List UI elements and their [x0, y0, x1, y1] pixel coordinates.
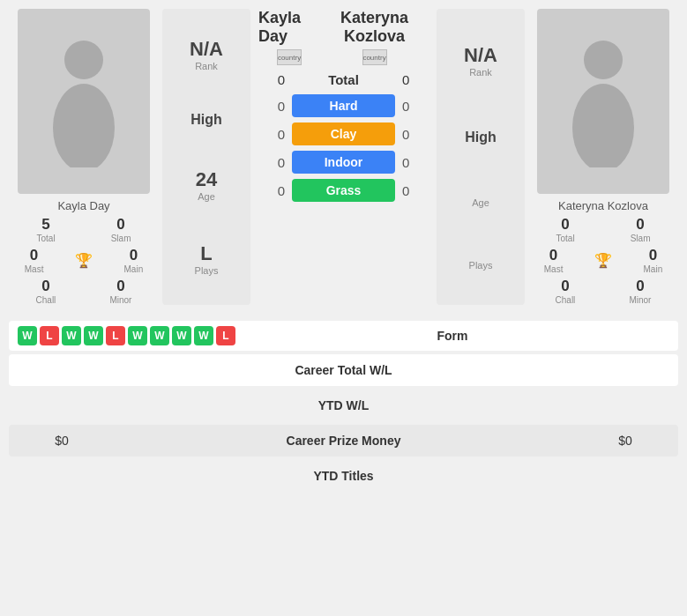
form-badge-w: W [150, 326, 169, 345]
svg-point-0 [64, 41, 103, 79]
left-country-flag: country [277, 49, 302, 65]
left-trophy-icon: 🏆 [75, 252, 93, 269]
right-chall-cell: 0 Chall [556, 278, 576, 305]
left-player-name: Kayla Day country [258, 9, 320, 65]
right-slam-cell: 0 Slam [631, 216, 651, 243]
form-label: Form [235, 329, 669, 343]
ytd-wl-row: YTD W/L [9, 390, 678, 421]
right-stats-row1: 0 Total 0 Slam [528, 216, 678, 243]
form-badges-left: WLWWLWWWWL [18, 326, 235, 345]
left-plays-group: L Plays [195, 242, 219, 276]
clay-row: 0 Clay 0 [258, 122, 429, 145]
form-row: WLWWLWWWWL Form [9, 321, 678, 351]
grass-row: 0 Grass 0 [258, 179, 429, 202]
left-slam-cell: 0 Slam [111, 216, 131, 243]
left-center-card: N/A Rank High 24 Age L Plays [162, 9, 250, 305]
left-chall-cell: 0 Chall [36, 278, 56, 305]
grass-badge: Grass [292, 179, 395, 202]
left-photo-area: Kayla Day 5 Total 0 Slam 0 Mast 🏆 [9, 9, 159, 305]
form-badge-w: W [62, 326, 81, 345]
left-main-cell: 0 Main [124, 247, 144, 274]
left-high-group: High [190, 112, 222, 128]
right-main-cell: 0 Main [644, 247, 663, 274]
svg-point-2 [584, 41, 623, 79]
left-player-photo [18, 9, 150, 194]
total-row: 0 Total 0 [258, 72, 429, 87]
form-badge-w: W [18, 326, 37, 345]
left-stats-row2: 0 Mast 🏆 0 Main [9, 247, 159, 274]
form-badge-w: W [172, 326, 191, 345]
career-wl-label: Career Total W/L [106, 363, 581, 377]
left-total-cell: 5 Total [37, 216, 56, 243]
hard-row: 0 Hard 0 [258, 94, 429, 117]
right-minor-cell: 0 Minor [629, 278, 651, 305]
right-age-group: Age [444, 197, 518, 208]
form-badge-l: L [216, 326, 235, 345]
indoor-badge: Indoor [292, 151, 395, 174]
left-silhouette-icon [44, 35, 123, 167]
clay-badge: Clay [292, 122, 395, 145]
ytd-titles-row: YTD Titles [9, 460, 678, 492]
ytd-titles-label: YTD Titles [106, 469, 581, 483]
right-center-card: N/A Rank High Age Plays [437, 9, 525, 305]
right-stats-row2: 0 Mast 🏆 0 Main [528, 247, 678, 274]
left-trophy-row: 🏆 [75, 247, 93, 274]
indoor-row: 0 Indoor 0 [258, 151, 429, 174]
left-minor-cell: 0 Minor [109, 278, 131, 305]
left-mast-cell: 0 Mast [25, 247, 44, 274]
left-player-name-label: Kayla Day [57, 199, 109, 212]
career-prize-label: Career Prize Money [106, 434, 581, 448]
top-section: Kayla Day 5 Total 0 Slam 0 Mast 🏆 [0, 0, 687, 314]
right-country-flag: country [362, 49, 387, 65]
left-rank-group: N/A Rank [190, 38, 223, 71]
form-badge-w: W [194, 326, 213, 345]
right-rank-group: N/A Rank [444, 44, 518, 78]
right-trophy-row: 🏆 [594, 247, 612, 274]
career-prize-row: $0 Career Prize Money $0 [9, 425, 678, 456]
middle-area: Kayla Day country Kateryna Kozlova count… [254, 9, 433, 305]
hard-badge: Hard [292, 94, 395, 117]
left-stats-row1: 5 Total 0 Slam [9, 216, 159, 243]
career-prize-right: $0 [581, 434, 669, 448]
form-badge-l: L [40, 326, 59, 345]
players-names-row: Kayla Day country Kateryna Kozlova count… [258, 9, 429, 65]
career-wl-row: Career Total W/L [9, 354, 678, 386]
right-silhouette-icon [564, 35, 643, 167]
svg-point-3 [572, 84, 634, 167]
right-mast-cell: 0 Mast [544, 247, 564, 274]
form-badge-l: L [106, 326, 125, 345]
right-total-cell: 0 Total [556, 216, 575, 243]
right-player-name-label: Kateryna Kozlova [558, 199, 648, 212]
right-stats-row3: 0 Chall 0 Minor [528, 278, 678, 305]
left-stats-row3: 0 Chall 0 Minor [9, 278, 159, 305]
right-player-name: Kateryna Kozlova country [320, 9, 429, 65]
ytd-wl-label: YTD W/L [106, 398, 581, 412]
form-badge-w: W [84, 326, 103, 345]
svg-point-1 [53, 84, 115, 167]
right-plays-group: Plays [444, 260, 518, 271]
bottom-section: WLWWLWWWWL Form Career Total W/L YTD W/L… [0, 314, 687, 502]
right-photo-area: Kateryna Kozlova 0 Total 0 Slam 0 Mast [528, 9, 678, 305]
right-trophy-icon: 🏆 [594, 252, 612, 269]
career-prize-left: $0 [18, 434, 106, 448]
left-age-group: 24 Age [196, 168, 217, 202]
form-badge-w: W [128, 326, 147, 345]
right-high-group: High [444, 130, 518, 145]
main-container: Kayla Day 5 Total 0 Slam 0 Mast 🏆 [0, 0, 687, 502]
right-player-photo [537, 9, 669, 194]
